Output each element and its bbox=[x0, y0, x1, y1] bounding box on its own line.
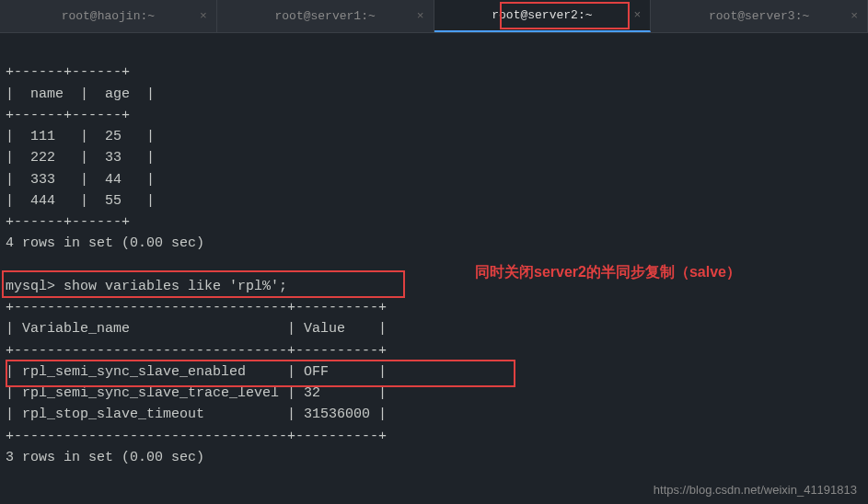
table2-summary: 3 rows in set (0.00 sec) bbox=[6, 450, 204, 465]
table1-row: | 111 | 25 | bbox=[6, 129, 155, 144]
table2-sep-mid: +---------------------------------+-----… bbox=[6, 343, 387, 359]
mysql-prompt-command: mysql> show variables like 'rpl%'; bbox=[6, 279, 287, 294]
tab-1[interactable]: root@server1:~× bbox=[217, 0, 434, 32]
table2-sep-bot: +---------------------------------+-----… bbox=[6, 429, 387, 444]
tab-label: root@server3:~ bbox=[709, 9, 809, 23]
tab-0[interactable]: root@haojin:~× bbox=[0, 0, 217, 32]
table1-row: | 444 | 55 | bbox=[6, 193, 155, 209]
table2-sep-top: +---------------------------------+-----… bbox=[6, 300, 387, 315]
tab-2[interactable]: root@server2:~× bbox=[434, 0, 652, 32]
table1-sep-bot: +------+------+ bbox=[6, 214, 130, 230]
table2-row: | rpl_semi_sync_slave_trace_level | 32 | bbox=[6, 385, 387, 401]
close-icon[interactable]: × bbox=[200, 9, 207, 23]
tab-label: root@server1:~ bbox=[275, 9, 376, 23]
table1-summary: 4 rows in set (0.00 sec) bbox=[6, 235, 204, 251]
table2-row: | rpl_semi_sync_slave_enabled | OFF | bbox=[6, 364, 387, 380]
table1-sep-mid: +------+------+ bbox=[6, 108, 130, 123]
close-icon[interactable]: × bbox=[851, 9, 858, 23]
tab-label: root@haojin:~ bbox=[62, 9, 155, 23]
close-icon[interactable]: × bbox=[633, 8, 641, 22]
terminal-output: +------+------+ | name | age | +------+-… bbox=[0, 33, 868, 475]
annotation-text: 同时关闭server2的半同步复制（salve） bbox=[475, 263, 741, 282]
close-icon[interactable]: × bbox=[417, 9, 424, 23]
table2-header: | Variable_name | Value | bbox=[6, 321, 387, 337]
table1-sep-top: +------+------+ bbox=[6, 64, 130, 80]
table2-row: | rpl_stop_slave_timeout | 31536000 | bbox=[6, 407, 387, 422]
tab-bar: root@haojin:~×root@server1:~×root@server… bbox=[0, 0, 868, 33]
table1-row: | 333 | 44 | bbox=[6, 172, 155, 188]
table1-header: | name | age | bbox=[6, 86, 155, 102]
tab-3[interactable]: root@server3:~× bbox=[651, 0, 868, 32]
watermark-text: https://blog.csdn.net/weixin_41191813 bbox=[654, 483, 857, 497]
tab-label: root@server2:~ bbox=[492, 8, 592, 22]
table1-row: | 222 | 33 | bbox=[6, 150, 155, 166]
